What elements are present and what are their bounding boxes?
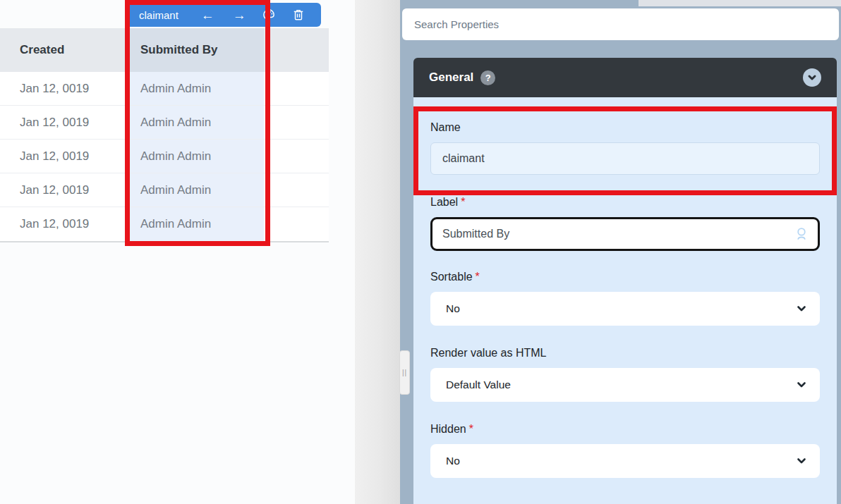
cell-submitted-by: Admin Admin [129,72,264,105]
general-section-body: Name Label* [413,97,837,504]
label-input-wrapper [430,217,820,251]
required-asterisk: * [476,271,480,283]
table-row[interactable]: Jan 12, 0019 Admin Admin [0,173,329,207]
panel-resize-handle[interactable]: || [399,350,410,395]
required-asterisk: * [461,196,465,208]
section-title: General [429,70,473,85]
sortable-select[interactable]: No [430,292,820,326]
trash-icon[interactable] [291,8,305,22]
search-properties-box [402,8,839,40]
help-icon[interactable]: ? [480,70,495,85]
column-key-label: claimant [139,9,179,21]
collapse-section-button[interactable] [803,68,821,87]
general-section-header[interactable]: General ? [413,58,837,97]
cell-submitted-by: Admin Admin [129,207,264,241]
properties-panel: General ? Name Label* [400,0,841,504]
grip-vertical-icon: || [402,369,407,376]
top-overlay-strip [639,0,841,6]
general-section: General ? Name Label* [413,58,837,504]
column-header-label: Submitted By [140,28,218,72]
palette-icon[interactable] [262,8,276,22]
cell-created: Jan 12, 0019 [20,207,89,240]
hidden-select[interactable]: No [430,444,820,478]
label-input[interactable] [432,219,794,249]
person-badge-icon [794,226,809,242]
cell-created: Jan 12, 0019 [20,72,89,105]
cell-submitted-by: Admin Admin [129,173,264,207]
label-field-label: Label* [430,196,820,209]
field-group-render-html: Render value as HTML Default Value [430,347,820,402]
column-toolbar: claimant ← → [129,3,321,27]
column-header-submitted-by[interactable]: Submitted By [129,28,264,72]
render-html-select[interactable]: Default Value [430,368,820,402]
move-column-right-icon[interactable]: → [233,8,246,22]
table-row[interactable]: Jan 12, 0019 Admin Admin [0,140,329,173]
column-header-created[interactable]: Created [20,28,64,72]
table-row[interactable]: Jan 12, 0019 Admin Admin [0,72,329,106]
chevron-down-icon [796,379,807,391]
cell-submitted-by: Admin Admin [129,106,264,139]
grid-body: Jan 12, 0019 Admin Admin Jan 12, 0019 Ad… [0,72,329,242]
cell-created: Jan 12, 0019 [20,140,89,173]
search-properties-input[interactable] [402,8,839,40]
cell-created: Jan 12, 0019 [20,173,89,207]
table-row[interactable]: Jan 12, 0019 Admin Admin [0,207,329,241]
name-field-label: Name [430,121,820,134]
sortable-field-label: Sortable* [430,271,820,283]
chevron-down-icon [796,303,807,314]
data-grid: Created Submitted By Jan 12, 0019 Admin … [0,0,355,504]
field-group-sortable: Sortable* No [430,271,820,326]
cell-submitted-by: Admin Admin [129,140,264,173]
table-row[interactable]: Jan 12, 0019 Admin Admin [0,106,329,140]
chevron-down-icon [796,455,807,467]
name-input[interactable] [430,142,820,175]
cell-created: Jan 12, 0019 [20,106,89,139]
move-column-left-icon[interactable]: ← [201,8,214,22]
field-group-name: Name [430,121,820,175]
field-group-hidden: Hidden* No [430,423,820,478]
hidden-field-label: Hidden* [430,423,820,436]
panel-gutter [355,0,400,504]
grid-header-row: Created Submitted By [0,28,329,72]
render-html-field-label: Render value as HTML [430,347,820,359]
chevron-down-icon [806,72,818,83]
field-group-label: Label* [430,196,820,251]
required-asterisk: * [469,423,473,435]
